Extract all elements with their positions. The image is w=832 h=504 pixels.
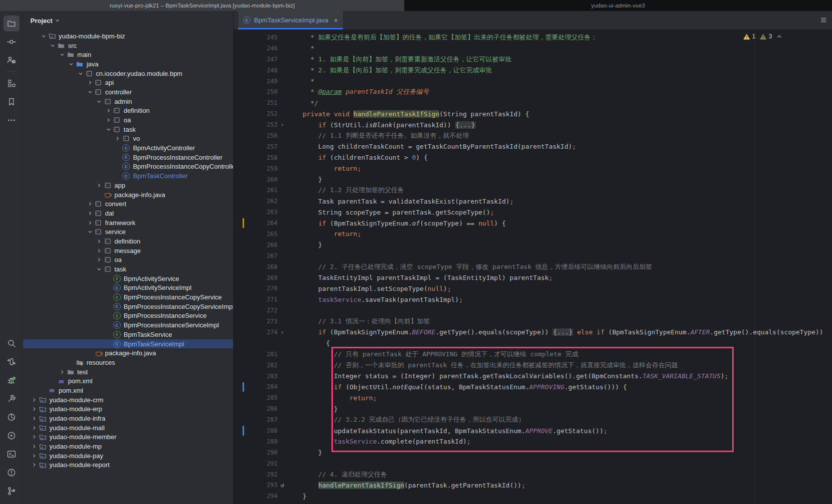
chevron-expanded-icon[interactable] <box>58 52 66 57</box>
line-number[interactable]: 274 <box>234 329 277 336</box>
tree-row-oa[interactable]: oa <box>23 115 233 125</box>
project-folder-icon[interactable] <box>3 15 19 31</box>
problems-icon[interactable] <box>3 465 19 481</box>
line-number[interactable]: 284 <box>234 383 277 390</box>
line-number[interactable]: 288 <box>234 427 277 434</box>
tree-row-pom-xml[interactable]: mpom.xml <box>23 376 233 386</box>
tree-row-yudao-module-infra[interactable]: yudao-module-infra <box>23 414 233 423</box>
code-text[interactable]: // 3.2.2 完成自己（因为它已经没有子任务，所以也可以完成） <box>287 415 525 424</box>
line-number[interactable]: 264 <box>234 220 277 227</box>
line-number[interactable]: 258 <box>234 154 277 161</box>
line-number[interactable]: 247 <box>234 56 277 63</box>
code-text[interactable]: if (childrenTaskCount > 0) { <box>287 154 428 161</box>
chevron-collapsed-icon[interactable] <box>30 444 38 449</box>
project-panel-header[interactable]: Project <box>23 11 233 30</box>
tree-row-src[interactable]: src <box>23 41 233 50</box>
line-number[interactable]: 283 <box>234 373 277 380</box>
tab-options-icon[interactable] <box>820 16 827 25</box>
tree-row-task[interactable]: task <box>23 264 233 274</box>
services-icon[interactable] <box>3 428 19 444</box>
search-icon[interactable] <box>3 335 19 351</box>
code-text[interactable]: { <box>287 339 330 347</box>
line-number[interactable]: 266 <box>234 242 277 249</box>
line-number[interactable]: 250 <box>234 88 277 95</box>
chevron-collapsed-icon[interactable] <box>86 211 94 216</box>
chevron-collapsed-icon[interactable] <box>104 117 113 123</box>
chevron-expanded-icon[interactable] <box>76 71 85 76</box>
inspections-widget[interactable]: 1 3 <box>743 33 782 40</box>
code-text[interactable]: taskService.complete(parentTaskId); <box>287 438 471 445</box>
tree-row-bpmprocessinstanceserviceimpl[interactable]: CBpmProcessInstanceServiceImpl <box>23 320 233 330</box>
chevron-collapsed-icon[interactable] <box>30 425 38 431</box>
profiler-icon[interactable] <box>3 409 19 425</box>
chevron-down-icon[interactable] <box>55 17 60 24</box>
tree-row-yudao-module-mp[interactable]: yudao-module-mp <box>23 442 233 451</box>
code-text[interactable]: if (BpmTaskSignTypeEnum.of(scopeType) ==… <box>287 220 506 227</box>
code-text[interactable]: * <box>287 44 314 52</box>
code-text[interactable]: return; <box>287 394 377 402</box>
line-number[interactable]: 286 <box>234 405 277 412</box>
tree-row-test[interactable]: test <box>23 367 233 377</box>
more-tool-windows-icon[interactable] <box>3 112 19 128</box>
chevron-collapsed-icon[interactable] <box>30 434 38 440</box>
line-number[interactable]: 272 <box>234 307 277 314</box>
line-number[interactable]: 260 <box>234 176 277 183</box>
tree-row-task[interactable]: task <box>23 125 233 134</box>
line-number[interactable]: 263 <box>234 209 277 216</box>
code-text[interactable]: handleParentTaskIfSign(parentTask.getPar… <box>287 482 525 489</box>
code-text[interactable]: * @param parentTaskId 父任务编号 <box>287 87 429 96</box>
tree-row-convert[interactable]: convert <box>23 199 233 209</box>
tree-row-yudao-module-erp[interactable]: yudao-module-erp <box>23 405 233 414</box>
code-text[interactable]: updateTaskStatus(parentTaskId, BpmTaskSt… <box>287 427 607 435</box>
line-number[interactable]: 259 <box>234 165 277 172</box>
code-text[interactable]: return; <box>287 230 361 238</box>
window-title-back[interactable]: yudao-ui-admin-vue3 <box>404 0 832 11</box>
line-number[interactable]: 289 <box>234 438 277 445</box>
code-text[interactable]: * 1. 如果是【向前】加签，则需要重新激活父任务，让它可以被审批 <box>287 55 512 64</box>
chevron-up-icon[interactable] <box>777 34 782 39</box>
code-text[interactable]: if (ObjectUtil.notEqual(status, BpmTaskS… <box>287 383 627 391</box>
tree-row-admin[interactable]: admin <box>23 97 233 106</box>
tree-row-bpmtaskcontroller[interactable]: CBpmTaskController <box>23 171 233 181</box>
line-number[interactable]: 294 <box>234 493 277 500</box>
line-number[interactable]: 265 <box>234 231 277 238</box>
chevron-collapsed-icon[interactable] <box>86 220 94 226</box>
tree-row-java[interactable]: java <box>23 59 233 69</box>
code-text[interactable]: * 2. 如果是【向后】加签，则需要完成父任务，让它完成审批 <box>287 66 492 75</box>
line-number[interactable]: 249 <box>234 78 277 85</box>
tree-row-definition[interactable]: definition <box>23 106 233 116</box>
commit-icon[interactable] <box>3 34 19 50</box>
tree-row-api[interactable]: api <box>23 78 233 87</box>
code-text[interactable]: */ <box>287 99 318 107</box>
chevron-collapsed-icon[interactable] <box>113 136 122 141</box>
git-branch-icon[interactable] <box>3 483 19 499</box>
pull-requests-icon[interactable]: ? <box>3 52 19 68</box>
line-number[interactable]: 281 <box>234 351 277 358</box>
line-number[interactable]: 290 <box>234 449 277 456</box>
code-text[interactable]: parentTaskImpl.setScopeType(null); <box>287 285 451 292</box>
code-text[interactable]: } <box>287 405 338 413</box>
tree-row-dal[interactable]: dal <box>23 209 233 218</box>
line-number[interactable]: 292 <box>234 471 277 478</box>
code-text[interactable]: // 1.1 判断是否还有子任务。如果没有，就不处理 <box>287 131 469 140</box>
debug-icon[interactable] <box>3 372 19 388</box>
line-number[interactable]: 262 <box>234 198 277 205</box>
tree-row-yudao-module-member[interactable]: yudao-module-member <box>23 433 233 442</box>
line-number[interactable]: 291 <box>234 460 277 467</box>
fold-arrow-icon[interactable]: › <box>277 121 287 128</box>
tree-row-bpmtaskserviceimpl[interactable]: CBpmTaskServiceImpl <box>23 339 233 349</box>
tree-row-bpmactivityserviceimpl[interactable]: CBpmActivityServiceImpl <box>23 283 233 293</box>
code-text[interactable]: if (BpmTaskSignTypeEnum.BEFORE.getType()… <box>287 328 823 336</box>
tree-row-controller[interactable]: controller <box>23 87 233 97</box>
tree-row-package-info-java[interactable]: package-info.java <box>23 190 233 200</box>
chevron-collapsed-icon[interactable] <box>30 453 38 459</box>
chevron-collapsed-icon[interactable] <box>95 183 103 188</box>
tree-row-main[interactable]: main <box>23 50 233 59</box>
code-text[interactable]: } <box>287 493 306 500</box>
tree-row-yudao-module-bpm-biz[interactable]: yudao-module-bpm-biz <box>23 31 233 41</box>
chevron-collapsed-icon[interactable] <box>86 80 94 85</box>
chevron-expanded-icon[interactable] <box>48 43 57 48</box>
tree-row-cn-iocoder-yudao-module-bpm[interactable]: cn.iocoder.yudao.module.bpm <box>23 69 233 78</box>
chevron-collapsed-icon[interactable] <box>30 406 38 412</box>
chevron-collapsed-icon[interactable] <box>30 416 38 421</box>
